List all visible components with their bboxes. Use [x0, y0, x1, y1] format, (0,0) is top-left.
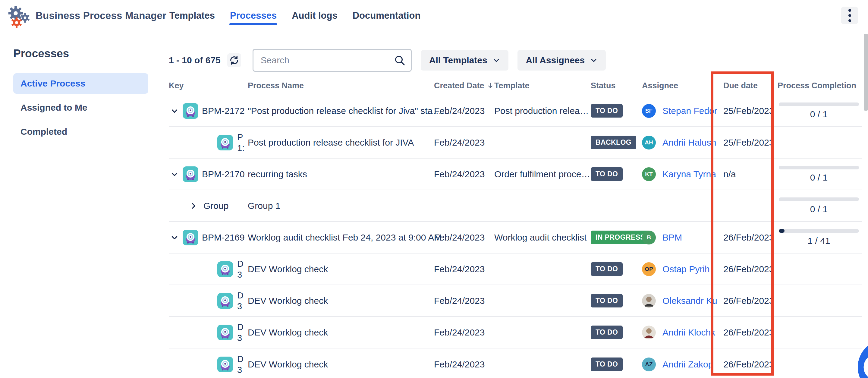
process-name: DEV Worklog check [248, 327, 434, 338]
status-badge: TO DO [591, 167, 623, 181]
due-date: 25/Feb/2023 [720, 106, 778, 116]
assignee-link[interactable]: Karyna Tyrna [662, 169, 716, 179]
column-header-created-date[interactable]: Created Date [434, 81, 494, 90]
process-name: Group 1 [248, 201, 434, 211]
gear-icon [11, 17, 22, 28]
overflow-menu-button[interactable] [841, 7, 858, 24]
avatar: AZ [642, 357, 656, 371]
created-date: Feb/24/2023 [434, 169, 494, 179]
table-row[interactable]: D3 DEV Worklog check Feb/24/2023 TO DO A… [169, 317, 862, 348]
collapse-chevron-icon[interactable] [170, 233, 179, 242]
template-name: Order fulfilment proce… [494, 169, 588, 179]
main-nav: Templates Processes Audit logs Documenta… [169, 0, 421, 31]
process-key: P1: [237, 132, 246, 153]
template-name: Worklog audit checklist [494, 232, 588, 243]
template-name: Post production relea… [494, 106, 588, 116]
assignee-link[interactable]: Oleksandr Ku [662, 296, 717, 306]
column-header-due-date[interactable]: Due date [720, 81, 778, 90]
created-date: Feb/24/2023 [434, 137, 494, 148]
column-header-process-name[interactable]: Process Name [248, 81, 434, 90]
toolbar: 1 - 10 of 675 All Templates All Assignee… [169, 49, 868, 72]
process-icon [217, 293, 233, 309]
process-name: DEV Worklog check [248, 264, 434, 274]
created-date: Feb/24/2023 [434, 232, 494, 243]
completion-label: 0 / 1 [810, 109, 828, 119]
process-completion: 0 / 1 [779, 197, 859, 214]
due-date: 25/Feb/2023 [720, 137, 778, 148]
search-input[interactable] [253, 49, 412, 72]
assignee-link[interactable]: Andrii Klochk [662, 327, 715, 338]
avatar: B [642, 230, 656, 245]
tab-templates[interactable]: Templates [169, 2, 216, 30]
process-completion: 0 / 1 [779, 102, 859, 119]
assignee-link[interactable]: BPM [662, 232, 682, 243]
avatar-photo [642, 325, 656, 339]
column-header-process-completion[interactable]: Process Completion [778, 81, 862, 90]
completion-label: 0 / 1 [810, 172, 828, 183]
app-title: Business Process Manager [36, 0, 166, 31]
status-badge: TO DO [591, 325, 623, 339]
table-row[interactable]: Group Group 1 0 / 1 [169, 190, 862, 222]
vertical-scrollbar[interactable] [864, 34, 868, 111]
process-name: Worklog audit checklist Feb 24, 2023 at … [248, 232, 434, 243]
sidebar-heading: Processes [13, 47, 157, 60]
avatar: OP [642, 262, 656, 276]
completion-label: 0 / 1 [810, 204, 828, 214]
tab-documentation[interactable]: Documentation [352, 2, 421, 30]
column-header-key[interactable]: Key [169, 81, 248, 90]
app-window: Business Process Manager Templates Proce… [0, 0, 868, 378]
due-date: 26/Feb/2023 [720, 232, 778, 243]
main-content: 1 - 10 of 675 All Templates All Assignee… [157, 31, 868, 378]
status-badge: TO DO [591, 294, 623, 308]
result-count: 1 - 10 of 675 [169, 55, 221, 65]
filter-all-templates[interactable]: All Templates [421, 50, 508, 70]
process-name: DEV Worklog check [248, 296, 434, 306]
process-completion: 0 / 1 [779, 166, 859, 183]
refresh-button[interactable] [227, 53, 241, 67]
filter-all-assignees[interactable]: All Assignees [518, 50, 606, 70]
process-icon [183, 230, 198, 245]
tab-audit-logs[interactable]: Audit logs [291, 2, 338, 30]
process-table: Key Process Name Created Date Template S… [169, 76, 862, 378]
sidebar-item-assigned-to-me[interactable]: Assigned to Me [13, 97, 148, 118]
tab-processes[interactable]: Processes [229, 2, 277, 30]
assignee-link[interactable]: Ostap Pyrih [662, 264, 710, 274]
expand-chevron-icon[interactable] [190, 202, 197, 210]
chevron-down-icon [493, 57, 500, 64]
process-icon [217, 325, 233, 340]
created-date: Feb/24/2023 [434, 327, 494, 338]
table-row[interactable]: BPM-2169 Worklog audit checklist Feb 24,… [169, 222, 862, 253]
due-date: 26/Feb/2023 [720, 327, 778, 338]
avatar: AH [642, 136, 656, 150]
assignee-link[interactable]: Andrii Halush [662, 137, 716, 148]
process-key: BPM-2169 [202, 232, 245, 243]
process-name: recurring tasks [248, 169, 434, 179]
table-row[interactable]: D3 DEV Worklog check Feb/24/2023 TO DO O… [169, 253, 862, 285]
avatar: KT [642, 167, 656, 181]
due-date: 26/Feb/2023 [720, 264, 778, 274]
column-header-template[interactable]: Template [494, 81, 588, 90]
process-name: DEV Worklog check [248, 359, 434, 370]
table-row[interactable]: BPM-2170 recurring tasks Feb/24/2023 Ord… [169, 159, 862, 190]
chevron-down-icon [590, 57, 597, 64]
sidebar-item-completed[interactable]: Completed [13, 122, 148, 142]
table-row[interactable]: D3 DEV Worklog check Feb/24/2023 TO DO O… [169, 285, 862, 317]
sort-desc-icon [487, 82, 494, 89]
process-name: Post production release checklist for JI… [248, 137, 434, 148]
assignee-link[interactable]: Stepan Fedor [662, 106, 717, 116]
help-icon [862, 354, 868, 378]
table-row[interactable]: BPM-2172 "Post production release checkl… [169, 95, 862, 127]
collapse-chevron-icon[interactable] [170, 170, 179, 178]
column-header-status[interactable]: Status [588, 81, 639, 90]
table-row[interactable]: P1: Post production release checklist fo… [169, 127, 862, 159]
assignee-link[interactable]: Andrii Zakop [662, 359, 713, 370]
table-row[interactable]: D3 DEV Worklog check Feb/24/2023 TO DO A… [169, 348, 862, 378]
process-icon [183, 166, 198, 182]
process-icon [217, 135, 233, 150]
column-header-assignee[interactable]: Assignee [639, 81, 720, 90]
app-logo [8, 4, 31, 28]
group-key: Group [204, 201, 228, 211]
sidebar-item-active-process[interactable]: Active Process [13, 73, 148, 94]
collapse-chevron-icon[interactable] [170, 107, 179, 115]
progress-bar [779, 229, 784, 233]
